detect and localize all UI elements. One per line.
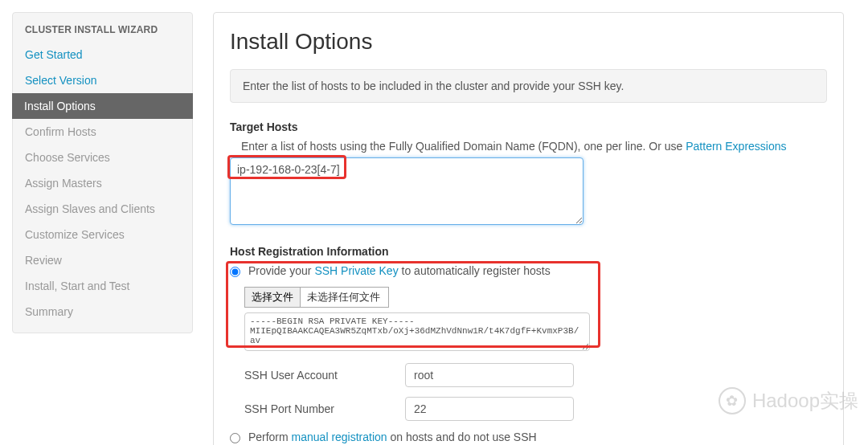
host-reg-label: Host Registration Information — [230, 245, 827, 258]
nav-customize[interactable]: Customize Services — [13, 222, 192, 247]
file-none-label: 未选择任何文件 — [301, 287, 389, 308]
choose-file-button[interactable]: 选择文件 — [244, 287, 301, 308]
target-hosts-label: Target Hosts — [230, 120, 827, 133]
nav-confirm-hosts[interactable]: Confirm Hosts — [13, 119, 192, 145]
reg-option-manual[interactable]: Perform manual registration on hosts and… — [230, 431, 827, 443]
radio-privatekey[interactable] — [230, 267, 240, 277]
pattern-expressions-link[interactable]: Pattern Expressions — [686, 140, 786, 153]
nav-install-start[interactable]: Install, Start and Test — [13, 273, 192, 299]
nav-install-options[interactable]: Install Options — [12, 93, 193, 119]
ssh-port-label: SSH Port Number — [244, 402, 405, 415]
reg-option-privatekey[interactable]: Provide your SSH Private Key to automati… — [230, 264, 827, 277]
manual-registration-link[interactable]: manual registration — [292, 431, 387, 443]
target-hosts-textarea[interactable] — [230, 157, 583, 225]
page-title: Install Options — [230, 29, 827, 55]
wizard-sidebar: CLUSTER INSTALL WIZARD Get Started Selec… — [0, 0, 193, 445]
ssh-private-key-link[interactable]: SSH Private Key — [314, 264, 398, 277]
ssh-user-label: SSH User Account — [244, 369, 405, 382]
radio-manual[interactable] — [230, 433, 240, 443]
nav-review[interactable]: Review — [13, 247, 192, 273]
main-content: Install Options Enter the list of hosts … — [193, 0, 868, 445]
ssh-user-input[interactable] — [405, 363, 574, 387]
ssh-port-input[interactable] — [405, 397, 574, 421]
nav-get-started[interactable]: Get Started — [13, 42, 192, 67]
nav-assign-masters[interactable]: Assign Masters — [13, 170, 192, 196]
nav-select-version[interactable]: Select Version — [13, 67, 192, 93]
info-banner: Enter the list of hosts to be included i… — [230, 69, 827, 103]
nav-assign-slaves[interactable]: Assign Slaves and Clients — [13, 196, 192, 222]
nav-choose-services[interactable]: Choose Services — [13, 145, 192, 170]
wizard-heading: CLUSTER INSTALL WIZARD — [13, 13, 192, 42]
target-hosts-help: Enter a list of hosts using the Fully Qu… — [241, 140, 827, 153]
nav-summary[interactable]: Summary — [13, 299, 192, 325]
private-key-textarea[interactable] — [244, 312, 590, 351]
